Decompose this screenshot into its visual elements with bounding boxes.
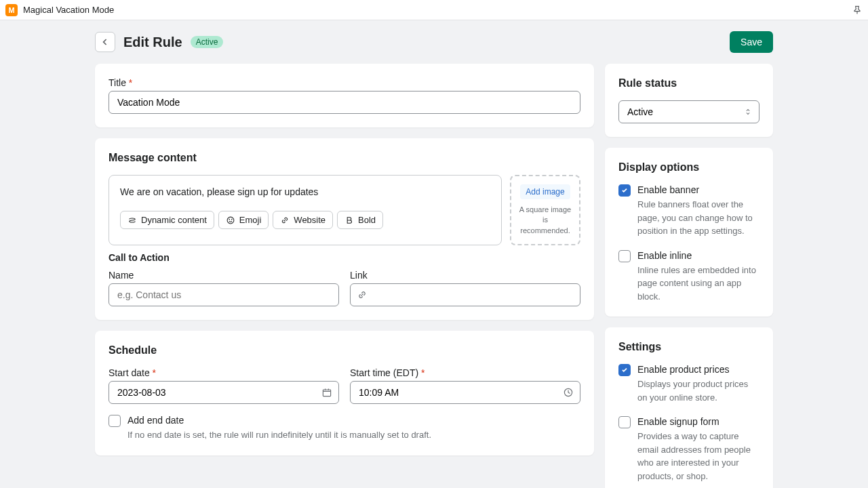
status-badge: Active bbox=[191, 36, 224, 48]
display-options-card: Display options Enable banner Rule banne… bbox=[605, 148, 773, 317]
message-text[interactable]: We are on vacation, please sign up for u… bbox=[120, 186, 490, 197]
add-end-date-label: Add end date bbox=[127, 415, 580, 426]
link-icon bbox=[280, 216, 290, 225]
add-end-date-checkbox[interactable] bbox=[108, 415, 121, 427]
svg-point-1 bbox=[229, 219, 230, 220]
title-label: Title * bbox=[108, 77, 580, 88]
rule-status-card: Rule status bbox=[605, 64, 773, 137]
pin-icon[interactable] bbox=[852, 5, 863, 16]
svg-rect-3 bbox=[323, 390, 330, 396]
arrow-left-icon bbox=[100, 37, 111, 47]
rule-status-heading: Rule status bbox=[618, 77, 760, 89]
settings-card: Settings Enable product prices Displays … bbox=[605, 327, 773, 488]
start-time-input[interactable] bbox=[350, 381, 580, 404]
clock-icon[interactable] bbox=[563, 387, 574, 398]
enable-banner-label: Enable banner bbox=[637, 184, 760, 195]
settings-heading: Settings bbox=[618, 341, 760, 353]
back-button[interactable] bbox=[95, 32, 115, 52]
dynamic-icon bbox=[127, 216, 137, 225]
enable-inline-label: Enable inline bbox=[637, 250, 760, 261]
cta-link-label: Link bbox=[350, 270, 580, 281]
display-options-heading: Display options bbox=[618, 161, 760, 174]
enable-prices-desc: Displays your product prices on your onl… bbox=[637, 378, 760, 404]
app-icon: M bbox=[5, 4, 18, 16]
bold-button[interactable]: Bold bbox=[337, 211, 383, 229]
add-image-button[interactable]: Add image bbox=[520, 184, 570, 199]
image-dropzone[interactable]: Add image A square image is recommended. bbox=[510, 175, 580, 245]
link-icon bbox=[357, 289, 368, 300]
start-date-label: Start date * bbox=[108, 367, 339, 378]
enable-signup-desc: Provides a way to capture email addresse… bbox=[637, 430, 760, 483]
message-editor[interactable]: We are on vacation, please sign up for u… bbox=[108, 175, 502, 245]
svg-point-0 bbox=[227, 217, 234, 224]
enable-inline-checkbox[interactable] bbox=[618, 250, 631, 262]
enable-signup-label: Enable signup form bbox=[637, 416, 760, 427]
app-title: Magical Vacation Mode bbox=[23, 5, 114, 15]
emoji-button[interactable]: Emoji bbox=[218, 211, 269, 229]
cta-name-label: Name bbox=[108, 270, 339, 281]
calendar-icon[interactable] bbox=[321, 387, 332, 398]
add-end-date-desc: If no end date is set, the rule will run… bbox=[127, 428, 580, 442]
rule-status-select[interactable] bbox=[618, 100, 760, 123]
message-card: Message content We are on vacation, plea… bbox=[95, 138, 594, 320]
check-icon bbox=[620, 366, 629, 374]
page-title: Edit Rule bbox=[123, 35, 182, 50]
page-header: Edit Rule Active Save bbox=[95, 31, 773, 53]
enable-signup-checkbox[interactable] bbox=[618, 416, 631, 428]
start-time-label: Start time (EDT) * bbox=[350, 367, 580, 378]
emoji-icon bbox=[226, 216, 235, 225]
schedule-card: Schedule Start date * Start time (EDT) * bbox=[95, 331, 594, 455]
title-input[interactable] bbox=[108, 91, 580, 114]
schedule-heading: Schedule bbox=[108, 344, 580, 357]
topbar: M Magical Vacation Mode bbox=[0, 0, 868, 20]
dynamic-content-button[interactable]: Dynamic content bbox=[120, 211, 214, 229]
cta-name-input[interactable] bbox=[108, 283, 339, 306]
enable-banner-checkbox[interactable] bbox=[618, 184, 631, 197]
svg-point-2 bbox=[231, 219, 232, 220]
check-icon bbox=[620, 186, 629, 195]
website-button[interactable]: Website bbox=[273, 211, 333, 229]
enable-inline-desc: Inline rules are embedded into page cont… bbox=[637, 264, 760, 304]
title-card: Title * bbox=[95, 64, 594, 127]
message-heading: Message content bbox=[108, 152, 580, 164]
image-hint: A square image is recommended. bbox=[517, 205, 574, 236]
cta-heading: Call to Action bbox=[108, 252, 580, 263]
enable-prices-checkbox[interactable] bbox=[618, 364, 631, 376]
enable-prices-label: Enable product prices bbox=[637, 364, 760, 375]
start-date-input[interactable] bbox=[108, 381, 339, 404]
bold-icon bbox=[344, 216, 354, 225]
save-button-top[interactable]: Save bbox=[730, 31, 773, 53]
cta-link-input[interactable] bbox=[350, 283, 580, 306]
enable-banner-desc: Rule banners float over the page, you ca… bbox=[637, 198, 760, 238]
